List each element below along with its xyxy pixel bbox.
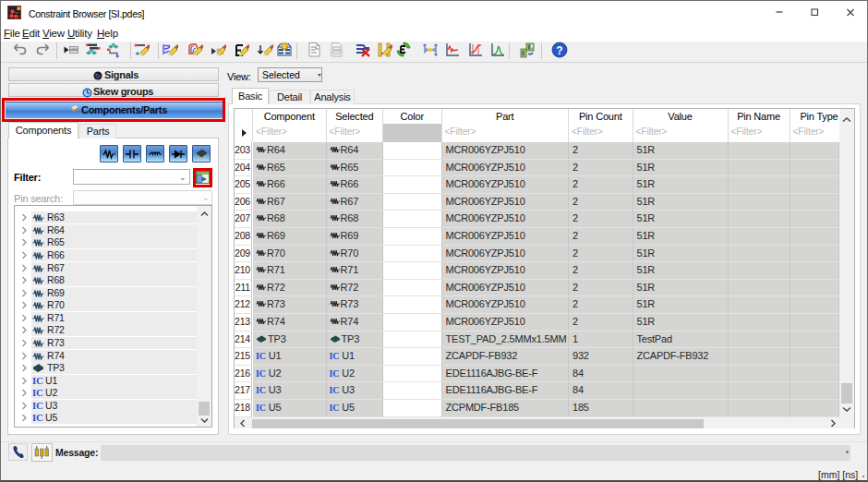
svg-text:?: ? <box>556 44 562 57</box>
